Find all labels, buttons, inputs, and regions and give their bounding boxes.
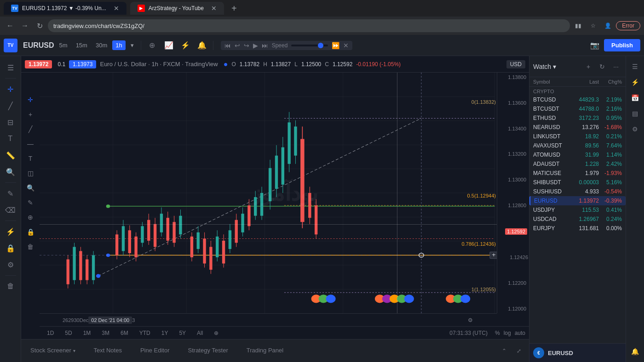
timeframe-30m[interactable]: 30m [92,40,110,50]
ri-data[interactable]: ▤ [628,107,642,120]
tab-strategy-tester[interactable]: Strategy Tester [179,340,237,361]
watchlist-item-nearusd[interactable]: NEARUSD 13.276 -1.68% [529,123,626,132]
tab-text-notes[interactable]: Text Notes [85,340,131,361]
chip-5d[interactable]: 5D [61,329,75,337]
draw-text[interactable]: T [23,152,37,165]
sidebar-text-icon[interactable]: T [3,131,18,147]
watchlist-scroll[interactable]: CRYPTO BTCUSD 44829.3 2.19% BTCUSDT 4478… [529,87,626,343]
draw-horizontal[interactable]: — [23,137,37,151]
tab-close-tv[interactable]: ✕ [114,5,119,12]
sidebar-alert-icon[interactable]: ⚡ [3,224,18,239]
replay-undo[interactable]: ↩ [235,42,240,49]
watch-dropdown[interactable]: Watch ▾ [533,63,556,70]
error-badge[interactable]: Error [616,21,640,30]
chip-all[interactable]: All [193,329,207,337]
sidebar-eraser-icon[interactable]: ⌫ [3,202,18,218]
sidebar-measure-icon[interactable]: 📏 [3,147,18,163]
draw-trash[interactable]: 🗑 [23,240,37,254]
watchlist-item-shibusdt[interactable]: SHIBUSDT 0.00003 5.16% [529,178,626,187]
tab-trading-panel[interactable]: Trading Panel [237,340,293,361]
refresh-button[interactable]: ↻ [33,19,46,32]
log-button[interactable]: log [504,330,511,336]
watchlist-item-usdcad[interactable]: USDCAD 1.26967 0.24% [529,215,626,224]
watchlist-item-atomusd[interactable]: ATOMUSD 31.99 1.14% [529,150,626,159]
watchlist-item-eurusd[interactable]: EURUSD 1.13972 -0.39% [529,196,626,205]
compare-icon-bottom[interactable]: ⊕ [214,330,218,336]
draw-pencil[interactable]: ✎ [23,196,37,209]
sidebar-lock-icon[interactable]: 🔒 [3,240,18,256]
watchlist-item-adausdt[interactable]: ADAUSDT 1.228 2.42% [529,159,626,169]
replay-next[interactable]: ⏭ [262,42,268,49]
currency-selector[interactable]: USD [506,60,525,68]
new-tab-button[interactable]: + [228,2,241,15]
ri-watchlist[interactable]: ☰ [628,60,642,74]
timeframe-5m[interactable]: 5m [56,40,71,50]
watchlist-item-linkusdt[interactable]: LINKUSDT 18.92 0.21% [529,132,626,141]
chip-1d[interactable]: 1D [43,329,58,337]
timeframe-dropdown[interactable]: ▾ [127,40,137,50]
speed-slider[interactable] [291,45,328,46]
address-bar[interactable]: tradingview.com/chart/cwZS1gZQ/ [48,19,570,32]
forward-button[interactable]: → [18,19,31,32]
main-chart-canvas[interactable]: بودآموز [40,73,529,313]
bookmark-icon[interactable]: ☆ [586,19,599,32]
chip-3m[interactable]: 3M [98,329,113,337]
compare-icon[interactable]: ⊕ [145,38,160,53]
profile-icon[interactable]: 👤 [601,19,614,32]
ri-alerts[interactable]: ⚡ [628,75,642,89]
chip-ytd[interactable]: YTD [136,329,154,337]
watchlist-item-btcusd[interactable]: BTCUSD 44829.3 2.19% [529,95,626,104]
replay-redo[interactable]: ↪ [244,42,249,49]
sidebar-menu-icon[interactable]: ☰ [3,60,18,75]
sidebar-hline-icon[interactable]: ⊟ [3,114,18,130]
indicator-icon[interactable]: 📈 [161,38,176,53]
cast-icon[interactable]: ▮▮ [572,19,585,32]
sidebar-zoom-icon[interactable]: 🔍 [3,164,18,180]
replay-close[interactable]: ✕ [343,42,349,49]
replay-skip-forward[interactable]: ⏩ [332,42,339,49]
draw-crosshair[interactable]: + [23,107,37,121]
chip-1y[interactable]: 1Y [158,329,172,337]
tab-pine-editor[interactable]: Pine Editor [131,340,179,361]
tab-stock-screener[interactable]: Stock Screener ▾ [21,340,85,361]
sidebar-brush-icon[interactable]: ✎ [3,186,18,201]
sidebar-trend-icon[interactable]: ╱ [3,98,18,113]
watchlist-more-icon[interactable]: ··· [610,61,622,73]
watchlist-item-eurjpy[interactable]: EURJPY 131.681 0.00% [529,224,626,233]
draw-measure[interactable]: ◫ [23,166,37,180]
back-button[interactable]: ← [4,19,17,32]
sidebar-trash-icon[interactable]: 🗑 [3,278,18,294]
watchlist-add-icon[interactable]: + [582,61,594,73]
tab-close-yt[interactable]: ✕ [211,5,217,12]
replay-play[interactable]: ▶ [253,42,258,49]
percent-toggle[interactable]: % [495,330,500,336]
panel-collapse-icon[interactable]: ⌃ [498,345,511,357]
sidebar-cursor-icon[interactable]: ✛ [3,81,18,97]
watchlist-item-avaxusdt[interactable]: AVAXUSDT 89.56 7.64% [529,141,626,150]
tv-logo[interactable]: TV [4,39,17,52]
publish-button[interactable]: Publish [604,39,640,51]
ri-calendar[interactable]: 📅 [628,91,642,105]
watchlist-item-maticuse[interactable]: MATICUSE 1.979 -1.93% [529,169,626,178]
tab-youtube[interactable]: ▶ ArzStrategy - YouTube ✕ [130,2,224,15]
strategy-icon[interactable]: ⚡ [178,38,193,53]
draw-zoom[interactable]: 🔍 [23,181,37,195]
auto-button[interactable]: auto [515,330,525,336]
ri-bell[interactable]: 🔔 [628,345,642,358]
watchlist-item-sushiusd[interactable]: SUSHIUSD 4.933 -0.54% [529,187,626,196]
watchlist-item-usdjpy[interactable]: USDJPY 115.53 0.41% [529,205,626,215]
watchlist-refresh-icon[interactable]: ↻ [596,61,608,73]
replay-skip-back[interactable]: ⏮ [224,42,231,49]
watchlist-item-btcusdt[interactable]: BTCUSDT 44788.0 2.16% [529,104,626,113]
draw-lock[interactable]: 🔒 [23,225,37,239]
chip-1m[interactable]: 1M [80,329,95,337]
alert-icon[interactable]: 🔔 [195,38,209,53]
draw-trend[interactable]: ╱ [23,122,37,136]
camera-icon[interactable]: 📷 [587,38,602,53]
panel-expand-icon[interactable]: ⤢ [512,345,525,357]
chip-6m[interactable]: 6M [117,329,132,337]
draw-magnet[interactable]: ⊕ [23,210,37,224]
timeframe-15m[interactable]: 15m [73,40,91,50]
timeframe-1h[interactable]: 1h [112,40,125,50]
ri-settings[interactable]: ⚙ [628,122,642,136]
